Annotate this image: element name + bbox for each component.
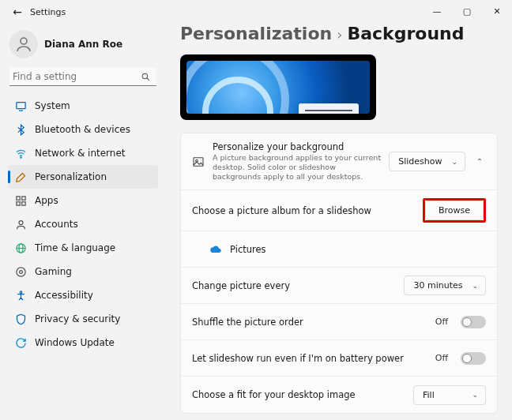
svg-point-14 xyxy=(16,267,24,276)
shuffle-toggle[interactable] xyxy=(461,316,486,328)
svg-rect-3 xyxy=(16,102,24,108)
chevron-down-icon: ⌄ xyxy=(472,391,478,399)
svg-point-5 xyxy=(20,156,21,157)
sidebar-item-apps[interactable]: Apps xyxy=(8,189,158,212)
shuffle-label: Shuffle the picture order xyxy=(192,317,427,328)
system-icon xyxy=(14,99,27,112)
globe-icon xyxy=(14,242,27,254)
breadcrumb-current: Background xyxy=(347,24,464,43)
svg-point-10 xyxy=(19,220,23,224)
svg-rect-8 xyxy=(16,201,19,204)
collapse-button[interactable]: ⌃ xyxy=(473,157,486,166)
search-input[interactable] xyxy=(13,71,139,82)
breadcrumb-parent[interactable]: Personalization xyxy=(180,24,332,43)
picture-icon xyxy=(192,156,205,168)
battery-toggle[interactable] xyxy=(461,352,486,365)
interval-select[interactable]: 30 minutes⌄ xyxy=(404,276,486,295)
sidebar-item-bluetooth[interactable]: Bluetooth & devices xyxy=(8,118,158,141)
personalize-sub: A picture background applies to your cur… xyxy=(213,153,381,182)
sidebar-item-privacy[interactable]: Privacy & security xyxy=(8,307,158,331)
chevron-down-icon: ⌄ xyxy=(472,282,478,290)
svg-point-1 xyxy=(142,73,148,79)
sidebar-item-network[interactable]: Network & internet xyxy=(8,141,158,165)
battery-state: Off xyxy=(435,353,448,363)
svg-point-0 xyxy=(21,38,27,44)
row-battery: Let slideshow run even if I'm on battery… xyxy=(181,340,497,377)
sidebar-item-personalization[interactable]: Personalization xyxy=(8,165,158,189)
chevron-down-icon: ⌄ xyxy=(451,158,457,166)
svg-rect-6 xyxy=(16,196,19,199)
sidebar: Diana Ann Roe System Bluetooth & devices… xyxy=(0,24,166,420)
browse-button[interactable]: Browse xyxy=(425,201,484,220)
back-button[interactable]: ← xyxy=(6,6,28,18)
svg-line-2 xyxy=(147,78,149,81)
row-personalize: Personalize your background A picture ba… xyxy=(181,133,497,190)
sidebar-item-gaming[interactable]: Gaming xyxy=(8,260,158,283)
background-type-select[interactable]: Slideshow⌄ xyxy=(389,152,465,171)
fit-label: Choose a fit for your desktop image xyxy=(192,389,405,400)
main-content: Personalization › Background Personalize… xyxy=(166,24,512,420)
svg-point-15 xyxy=(19,270,22,273)
shield-icon xyxy=(14,313,27,325)
bluetooth-icon xyxy=(14,123,27,136)
sidebar-item-time[interactable]: Time & language xyxy=(8,236,158,260)
maximize-button[interactable]: ▢ xyxy=(452,0,482,24)
close-button[interactable]: ✕ xyxy=(482,0,512,24)
svg-rect-7 xyxy=(21,196,24,199)
person-icon xyxy=(14,218,27,231)
sidebar-item-accessibility[interactable]: Accessibility xyxy=(8,283,158,307)
svg-point-16 xyxy=(20,291,22,293)
browse-highlight: Browse xyxy=(423,198,486,223)
breadcrumb-separator: › xyxy=(337,26,342,43)
row-shuffle: Shuffle the picture order Off xyxy=(181,304,497,340)
apps-icon xyxy=(14,194,27,207)
row-album-folder[interactable]: Pictures xyxy=(181,231,497,268)
sidebar-item-accounts[interactable]: Accounts xyxy=(8,212,158,236)
interval-label: Change picture every xyxy=(192,280,396,291)
desktop-preview xyxy=(180,54,376,120)
album-folder-name: Pictures xyxy=(230,244,486,255)
avatar xyxy=(9,30,38,58)
sidebar-item-system[interactable]: System xyxy=(8,94,158,118)
cloud-icon xyxy=(209,243,222,256)
wifi-icon xyxy=(14,147,27,159)
update-icon xyxy=(14,336,27,349)
search-icon xyxy=(139,70,152,83)
search-box[interactable] xyxy=(9,68,156,86)
window-title: Settings xyxy=(30,7,66,17)
user-block[interactable]: Diana Ann Roe xyxy=(8,27,158,65)
paintbrush-icon xyxy=(14,171,27,183)
minimize-button[interactable]: — xyxy=(422,0,452,24)
svg-rect-9 xyxy=(21,201,24,204)
row-fit: Choose a fit for your desktop image Fill… xyxy=(181,377,497,413)
album-label: Choose a picture album for a slideshow xyxy=(192,205,415,216)
row-album: Choose a picture album for a slideshow B… xyxy=(181,190,497,231)
shuffle-state: Off xyxy=(435,317,448,327)
battery-label: Let slideshow run even if I'm on battery… xyxy=(192,353,427,364)
fit-select[interactable]: Fill⌄ xyxy=(413,385,486,405)
personalize-title: Personalize your background xyxy=(213,141,381,152)
svg-rect-17 xyxy=(194,157,203,166)
gaming-icon xyxy=(14,265,27,278)
settings-panel: Personalize your background A picture ba… xyxy=(180,133,498,414)
row-interval: Change picture every 30 minutes⌄ xyxy=(181,268,497,304)
sidebar-item-update[interactable]: Windows Update xyxy=(8,331,158,354)
breadcrumb: Personalization › Background xyxy=(180,24,498,43)
user-name: Diana Ann Roe xyxy=(44,39,122,50)
accessibility-icon xyxy=(14,289,27,302)
